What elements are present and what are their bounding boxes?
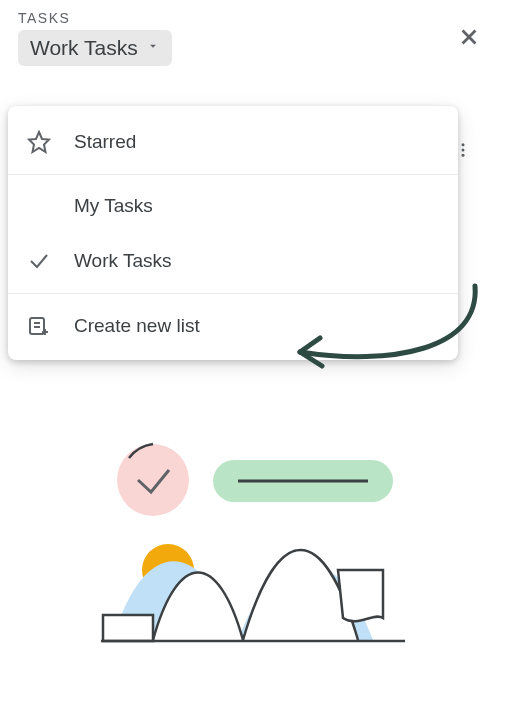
close-button[interactable] (450, 18, 488, 59)
list-selector-button[interactable]: Work Tasks (18, 30, 172, 66)
menu-item-label: Work Tasks (74, 250, 172, 272)
current-list-name: Work Tasks (30, 36, 138, 60)
star-icon (26, 130, 52, 154)
list-dropdown-menu: Starred My Tasks Work Tasks Create new l… (8, 106, 458, 360)
menu-divider (8, 174, 458, 175)
svg-point-4 (462, 154, 465, 157)
empty-state-illustration (83, 440, 423, 660)
panel-header: TASKS Work Tasks (0, 0, 506, 70)
menu-item-starred[interactable]: Starred (8, 114, 458, 170)
menu-divider (8, 293, 458, 294)
header-left: TASKS Work Tasks (18, 10, 172, 66)
svg-point-3 (462, 149, 465, 152)
tasks-label: TASKS (18, 10, 172, 26)
svg-point-2 (462, 143, 465, 146)
svg-point-11 (117, 444, 189, 516)
menu-item-label: My Tasks (74, 195, 153, 217)
menu-item-label: Starred (74, 131, 136, 153)
close-icon (458, 36, 480, 51)
menu-item-list[interactable]: Work Tasks (8, 233, 458, 289)
check-icon (26, 249, 52, 273)
list-plus-icon (26, 314, 52, 338)
chevron-down-icon (146, 39, 160, 57)
menu-item-create-list[interactable]: Create new list (8, 298, 458, 354)
svg-rect-15 (103, 615, 153, 641)
menu-item-list[interactable]: My Tasks (8, 179, 458, 233)
svg-marker-5 (29, 132, 49, 152)
menu-item-label: Create new list (74, 315, 200, 337)
